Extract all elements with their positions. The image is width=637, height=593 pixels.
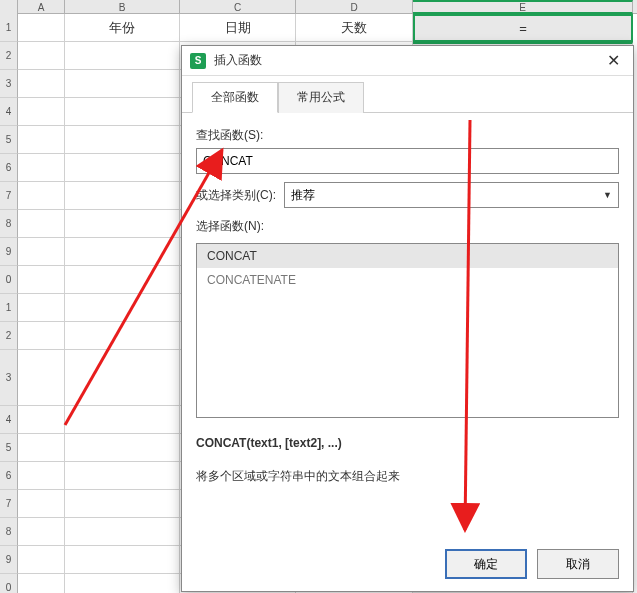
cell-B15[interactable] <box>65 434 180 462</box>
cell-B6[interactable] <box>65 154 180 182</box>
category-label: 或选择类别(C): <box>196 187 276 204</box>
cell-B11[interactable] <box>65 294 180 322</box>
cell-B16[interactable] <box>65 462 180 490</box>
cell-A18[interactable] <box>18 518 65 546</box>
row-header-11[interactable]: 1 <box>0 294 18 322</box>
cancel-button[interactable]: 取消 <box>537 549 619 579</box>
row-1: 1 年份 日期 天数 = <box>0 14 637 42</box>
cell-A14[interactable] <box>18 406 65 434</box>
cell-B13[interactable] <box>65 350 180 406</box>
cell-A12[interactable] <box>18 322 65 350</box>
function-description: 将多个区域或字符串中的文本组合起来 <box>196 468 619 485</box>
cell-B19[interactable] <box>65 546 180 574</box>
cell-E1[interactable]: = <box>413 14 633 42</box>
ok-button[interactable]: 确定 <box>445 549 527 579</box>
cell-A4[interactable] <box>18 98 65 126</box>
row-header-16[interactable]: 6 <box>0 462 18 490</box>
col-header-E[interactable]: E <box>413 0 633 14</box>
chevron-down-icon: ▼ <box>603 190 612 200</box>
cell-A19[interactable] <box>18 546 65 574</box>
cell-B18[interactable] <box>65 518 180 546</box>
cell-B10[interactable] <box>65 266 180 294</box>
row-header-2[interactable]: 2 <box>0 42 18 70</box>
row-header-20[interactable]: 0 <box>0 574 18 593</box>
row-header-3[interactable]: 3 <box>0 70 18 98</box>
list-item-concat[interactable]: CONCAT <box>197 244 618 268</box>
search-input[interactable] <box>196 148 619 174</box>
dialog-title: 插入函数 <box>214 52 601 69</box>
dialog-titlebar[interactable]: S 插入函数 ✕ <box>182 46 633 76</box>
cell-A20[interactable] <box>18 574 65 593</box>
col-header-B[interactable]: B <box>65 0 180 14</box>
function-syntax: CONCAT(text1, [text2], ...) <box>196 436 619 450</box>
cell-B4[interactable] <box>65 98 180 126</box>
search-label: 查找函数(S): <box>196 127 619 144</box>
row-header-4[interactable]: 4 <box>0 98 18 126</box>
cell-D1[interactable]: 天数 <box>296 14 413 42</box>
row-header-17[interactable]: 7 <box>0 490 18 518</box>
cell-C1[interactable]: 日期 <box>180 14 296 42</box>
cell-B3[interactable] <box>65 70 180 98</box>
row-header-12[interactable]: 2 <box>0 322 18 350</box>
app-icon: S <box>190 53 206 69</box>
row-header-1[interactable]: 1 <box>0 14 18 42</box>
cell-A15[interactable] <box>18 434 65 462</box>
cell-A10[interactable] <box>18 266 65 294</box>
cell-A13[interactable] <box>18 350 65 406</box>
cell-A9[interactable] <box>18 238 65 266</box>
row-header-18[interactable]: 8 <box>0 518 18 546</box>
cell-A6[interactable] <box>18 154 65 182</box>
col-header-D[interactable]: D <box>296 0 413 14</box>
row-header-9[interactable]: 9 <box>0 238 18 266</box>
row-header-7[interactable]: 7 <box>0 182 18 210</box>
cell-B2[interactable] <box>65 42 180 70</box>
cell-B9[interactable] <box>65 238 180 266</box>
dialog-body: 查找函数(S): 或选择类别(C): 推荐 ▼ 选择函数(N): CONCAT … <box>182 113 633 537</box>
row-header-15[interactable]: 5 <box>0 434 18 462</box>
list-item-concatenate[interactable]: CONCATENATE <box>197 268 618 292</box>
category-value: 推荐 <box>291 187 315 204</box>
close-icon[interactable]: ✕ <box>601 49 625 73</box>
function-list[interactable]: CONCAT CONCATENATE <box>196 243 619 418</box>
row-header-14[interactable]: 4 <box>0 406 18 434</box>
cell-B5[interactable] <box>65 126 180 154</box>
col-header-C[interactable]: C <box>180 0 296 14</box>
cell-B12[interactable] <box>65 322 180 350</box>
cell-B20[interactable] <box>65 574 180 593</box>
col-header-row: A B C D E <box>0 0 637 14</box>
cell-A17[interactable] <box>18 490 65 518</box>
tab-all-functions[interactable]: 全部函数 <box>192 82 278 113</box>
select-all-cell[interactable] <box>0 0 18 14</box>
row-header-13[interactable]: 3 <box>0 350 18 406</box>
cell-A5[interactable] <box>18 126 65 154</box>
cell-A11[interactable] <box>18 294 65 322</box>
tab-common-formulas[interactable]: 常用公式 <box>278 82 364 113</box>
cell-A7[interactable] <box>18 182 65 210</box>
select-function-label: 选择函数(N): <box>196 218 619 235</box>
cell-B1[interactable]: 年份 <box>65 14 180 42</box>
row-header-19[interactable]: 9 <box>0 546 18 574</box>
cell-B7[interactable] <box>65 182 180 210</box>
cell-B8[interactable] <box>65 210 180 238</box>
row-header-6[interactable]: 6 <box>0 154 18 182</box>
dialog-tabs: 全部函数 常用公式 <box>182 76 633 113</box>
row-header-10[interactable]: 0 <box>0 266 18 294</box>
insert-function-dialog: S 插入函数 ✕ 全部函数 常用公式 查找函数(S): 或选择类别(C): 推荐… <box>181 45 634 592</box>
category-select[interactable]: 推荐 ▼ <box>284 182 619 208</box>
dialog-footer: 确定 取消 <box>182 537 633 591</box>
col-header-A[interactable]: A <box>18 0 65 14</box>
cell-A2[interactable] <box>18 42 65 70</box>
cell-B17[interactable] <box>65 490 180 518</box>
cell-B14[interactable] <box>65 406 180 434</box>
cell-A8[interactable] <box>18 210 65 238</box>
cell-A16[interactable] <box>18 462 65 490</box>
row-header-5[interactable]: 5 <box>0 126 18 154</box>
cell-A1[interactable] <box>18 14 65 42</box>
cell-A3[interactable] <box>18 70 65 98</box>
row-header-8[interactable]: 8 <box>0 210 18 238</box>
